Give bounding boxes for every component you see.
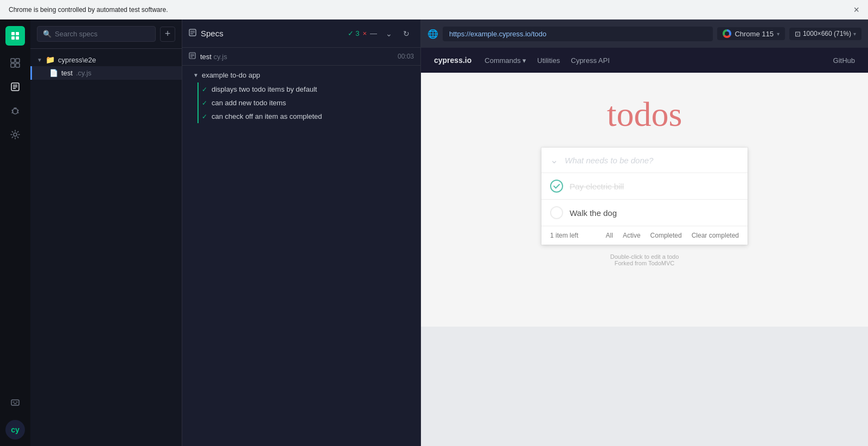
svg-rect-0 bbox=[9, 30, 21, 42]
test-file-row[interactable]: test cy.js 00:03 bbox=[182, 48, 420, 66]
chrome-label: Chrome 115 bbox=[735, 30, 774, 38]
file-name-main: test bbox=[61, 69, 73, 77]
cypress-user-logo[interactable]: cy bbox=[5, 420, 25, 439]
svg-rect-7 bbox=[11, 63, 15, 67]
svg-rect-8 bbox=[16, 63, 20, 67]
test-item-3[interactable]: ✓ can check off an item as completed bbox=[182, 110, 420, 123]
nav-github-link[interactable]: GitHub bbox=[833, 56, 855, 65]
todo-app-content: todos ⌄ What needs to be done? bbox=[421, 73, 868, 327]
test-file-name: test cy.js bbox=[200, 53, 393, 61]
notification-close-button[interactable]: × bbox=[853, 5, 859, 15]
specs-icon[interactable] bbox=[5, 77, 25, 97]
chrome-chevron-icon: ▾ bbox=[777, 31, 780, 37]
test-duration: 00:03 bbox=[398, 53, 414, 60]
file-tree-body: ▼ 📁 cypress\e2e 📄 test .cy.js bbox=[30, 49, 182, 84]
resolution-chevron-icon: ▾ bbox=[853, 31, 856, 37]
keyboard-shortcut-icon[interactable] bbox=[5, 393, 25, 412]
specs-panel: Specs ✓ 3 × — ⌄ ↻ bbox=[182, 20, 421, 446]
suite-name-row[interactable]: ▼ example to-do app bbox=[182, 68, 420, 82]
chrome-browser-badge[interactable]: Chrome 115 ▾ bbox=[717, 27, 785, 40]
add-spec-button[interactable]: + bbox=[160, 27, 175, 42]
fail-count: × bbox=[362, 29, 367, 37]
url-text: https://example.cypress.io/todo bbox=[449, 30, 546, 38]
debug-icon[interactable] bbox=[5, 101, 25, 120]
resolution-text: 1000×660 (71%) bbox=[803, 30, 851, 37]
test-file-icon bbox=[189, 52, 196, 61]
todo-footer-note-1: Double-click to edit a todo Forked from … bbox=[610, 253, 679, 266]
app-brand-label: cypress.io bbox=[434, 56, 471, 65]
app-preview: cypress.io Commands ▾ Utilities Cypress … bbox=[421, 48, 868, 327]
todo-input-row: ⌄ What needs to be done? bbox=[541, 148, 748, 173]
test-item-2[interactable]: ✓ can add new todo items bbox=[182, 96, 420, 110]
specs-status-bar: ✓ 3 × — bbox=[348, 29, 377, 37]
todo-input-placeholder[interactable]: What needs to be done? bbox=[565, 156, 653, 165]
todo-filter-completed[interactable]: Completed bbox=[647, 231, 685, 240]
svg-rect-4 bbox=[16, 36, 19, 40]
todo-filter-all[interactable]: All bbox=[603, 231, 616, 240]
suite-arrow-icon: ▼ bbox=[193, 72, 199, 78]
svg-rect-1 bbox=[11, 32, 15, 35]
notification-text: Chrome is being controlled by automated … bbox=[9, 6, 168, 14]
fail-status: × bbox=[362, 29, 367, 37]
specs-expand-button[interactable]: ⌄ bbox=[381, 26, 397, 41]
nav-commands-link[interactable]: Commands ▾ bbox=[484, 56, 526, 65]
specs-panel-icon bbox=[189, 29, 196, 38]
app-logo[interactable] bbox=[5, 26, 25, 46]
resolution-badge[interactable]: ⊡ 1000×660 (71%) ▾ bbox=[789, 28, 861, 40]
browser-toolbar: 🌐 https://example.cypress.io/todo Chrome… bbox=[421, 20, 868, 48]
resolution-icon: ⊡ bbox=[795, 30, 801, 38]
file-name-ext: .cy.js bbox=[76, 69, 92, 77]
pass-status: ✓ 3 bbox=[348, 29, 359, 37]
pending-status: — bbox=[370, 29, 377, 37]
specs-refresh-button[interactable]: ↻ bbox=[399, 26, 414, 41]
todo-footer: 1 item left All Active Completed Clear c… bbox=[541, 226, 748, 245]
toggle-all-icon[interactable]: ⌄ bbox=[550, 154, 558, 166]
browser-bottom-area bbox=[421, 327, 868, 446]
specs-header: Specs ✓ 3 × — ⌄ ↻ bbox=[182, 20, 420, 48]
todo-app-title: todos bbox=[607, 94, 682, 135]
todo-item-1-checkbox[interactable] bbox=[550, 180, 563, 193]
pending-count: — bbox=[370, 29, 377, 37]
todo-item-2: Walk the dog bbox=[541, 200, 748, 226]
file-icon: 📄 bbox=[49, 69, 58, 77]
folder-icon: 📁 bbox=[46, 55, 55, 64]
folder-name: cypress\e2e bbox=[58, 56, 96, 64]
todo-item-2-checkbox[interactable] bbox=[550, 206, 563, 219]
test-pass-icon-2: ✓ bbox=[202, 99, 207, 107]
chrome-logo-icon bbox=[723, 29, 731, 38]
file-tree-panel: 🔍 Search specs + ▼ 📁 cypress\e2e 📄 test … bbox=[30, 20, 182, 446]
globe-icon: 🌐 bbox=[427, 29, 438, 39]
settings-icon[interactable] bbox=[5, 125, 25, 144]
search-placeholder: Search specs bbox=[55, 30, 98, 38]
file-row-test[interactable]: 📄 test .cy.js bbox=[30, 66, 182, 80]
test-file-ext: cy.js bbox=[214, 53, 227, 61]
chrome-notification-bar: Chrome is being controlled by automated … bbox=[0, 0, 868, 20]
svg-point-14 bbox=[14, 133, 17, 136]
app-navbar: cypress.io Commands ▾ Utilities Cypress … bbox=[421, 48, 868, 73]
todo-item-2-label: Walk the dog bbox=[570, 208, 617, 218]
todo-item-count: 1 item left bbox=[550, 232, 596, 239]
folder-row-cypress-e2e[interactable]: ▼ 📁 cypress\e2e bbox=[30, 53, 182, 66]
specs-controls: ⌄ ↻ bbox=[381, 26, 414, 41]
folder-collapse-icon: ▼ bbox=[37, 57, 42, 63]
todo-card: ⌄ What needs to be done? Pay electric bi… bbox=[541, 148, 748, 245]
nav-utilities-link[interactable]: Utilities bbox=[537, 56, 560, 65]
app-nav-links: Commands ▾ Utilities Cypress API bbox=[484, 56, 610, 65]
todo-footer-filters: All Active Completed bbox=[603, 231, 685, 240]
search-specs-input[interactable]: 🔍 Search specs bbox=[37, 26, 156, 42]
todo-item-1: Pay electric bill bbox=[541, 173, 748, 200]
svg-rect-2 bbox=[16, 32, 19, 35]
svg-rect-15 bbox=[11, 400, 19, 405]
nav-cypress-api-link[interactable]: Cypress API bbox=[571, 56, 610, 65]
test-item-1[interactable]: ✓ displays two todo items by default bbox=[182, 82, 420, 96]
suite-name-label: example to-do app bbox=[202, 71, 260, 79]
dashboard-icon[interactable] bbox=[5, 53, 25, 73]
todo-filter-active[interactable]: Active bbox=[620, 231, 644, 240]
todo-clear-completed[interactable]: Clear completed bbox=[692, 232, 739, 239]
browser-panel: 🌐 https://example.cypress.io/todo Chrome… bbox=[421, 20, 868, 446]
test-label-2: can add new todo items bbox=[212, 99, 286, 107]
browser-url-bar[interactable]: https://example.cypress.io/todo bbox=[443, 27, 713, 41]
svg-rect-3 bbox=[11, 36, 15, 40]
test-label-3: can check off an item as completed bbox=[212, 112, 322, 120]
icon-sidebar: cy bbox=[0, 20, 30, 446]
